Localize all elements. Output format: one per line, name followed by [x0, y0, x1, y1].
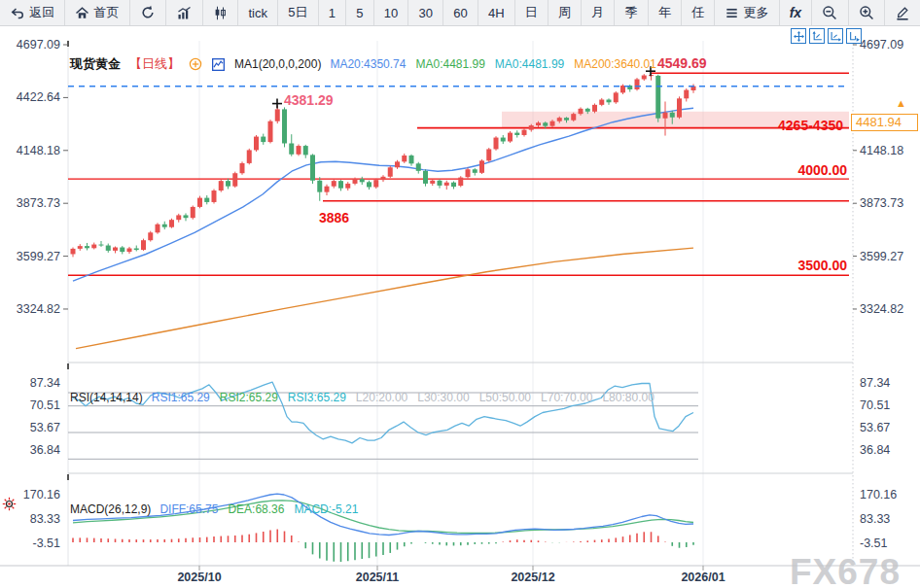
- candle-body: [184, 215, 189, 218]
- indicator-settings-icon[interactable]: [2, 497, 17, 515]
- toolbar-interval-1min-button[interactable]: 1: [319, 0, 347, 25]
- price-axis-label: 3324.82: [17, 302, 60, 316]
- rsi-axis-label: 36.84: [860, 443, 890, 457]
- candle-body: [141, 240, 146, 250]
- rsi-value-1: RSI2:65.29: [220, 391, 278, 404]
- candle-body: [402, 156, 407, 161]
- toolbar-indicators-button[interactable]: fx: [780, 0, 813, 25]
- toolbar-interval-day-button[interactable]: 日: [515, 0, 548, 25]
- rsi-axis-label: 87.34: [30, 376, 60, 390]
- toolbar-interval-month-button[interactable]: 月: [582, 0, 615, 25]
- rsi-axis-label: 53.67: [30, 421, 60, 434]
- candle-body: [585, 109, 590, 112]
- candle-body: [458, 178, 463, 187]
- axis-scale-right-icon[interactable]: [828, 28, 843, 44]
- current-price-box: 4481.94: [851, 114, 918, 131]
- candle-body: [261, 137, 265, 143]
- toolbar-interval-week-button[interactable]: 周: [548, 0, 582, 25]
- candle-body: [113, 248, 118, 251]
- ma-settings: MA1(20,0,0,200): [234, 57, 321, 71]
- candle-body: [423, 171, 428, 184]
- rsi-value-6: L70:70.00: [541, 391, 592, 404]
- candle-body: [438, 181, 442, 186]
- chart-style-icon[interactable]: [211, 58, 226, 71]
- toolbar-interval-tick-button[interactable]: tick: [238, 0, 278, 25]
- add-indicator-icon[interactable]: [189, 57, 202, 71]
- toolbar-draw-button[interactable]: [885, 0, 920, 25]
- macd-axis-label: 170.16: [860, 488, 897, 502]
- toolbar-interval-custom-label: 任: [691, 4, 704, 21]
- rsi-axis-label: 53.67: [860, 421, 890, 434]
- toolbar-interval-5min-button[interactable]: 5: [346, 0, 374, 25]
- macd-title: MACD(26,12,9): [70, 502, 151, 516]
- macd-header: MACD(26,12,9) DIFF:65.75DEA:68.36MACD:-5…: [70, 502, 358, 516]
- symbol-name: 现货黄金: [70, 55, 121, 73]
- toolbar-interval-30min-button[interactable]: 30: [408, 0, 443, 25]
- toolbar-interval-30min-label: 30: [418, 6, 432, 20]
- zoomin-icon: [859, 5, 874, 20]
- candle-body: [466, 169, 471, 177]
- pan-icon[interactable]: [791, 28, 806, 44]
- rsi-axis-label: 70.51: [860, 398, 890, 412]
- candle-body: [360, 179, 365, 182]
- candle-body: [289, 143, 294, 154]
- trading-app-window: 返回首页tick5日151030604H日周月季年任更多fx 4265-4350…: [0, 0, 920, 588]
- candle-body: [529, 125, 534, 130]
- toolbar-interval-year-button[interactable]: 年: [649, 0, 682, 25]
- rsi-value-5: L50:50.00: [479, 391, 531, 404]
- price-axis-label: 3873.73: [860, 196, 903, 210]
- chart-axis-controls: [791, 28, 862, 44]
- toolbar-home-label: 首页: [93, 4, 119, 21]
- level-label-1: 4000.00: [797, 162, 847, 178]
- xaxis-label: 2026/01: [681, 571, 725, 584]
- peak-label: 4381.29: [284, 92, 334, 108]
- toolbar-interval-5day-button[interactable]: 5日: [278, 0, 319, 25]
- toolbar-back-button[interactable]: 返回: [0, 0, 65, 25]
- rsi-value-0: RSI1:65.29: [152, 391, 210, 404]
- candle-body: [635, 79, 640, 89]
- xaxis-label: 2025/12: [511, 571, 554, 584]
- toolbar-interval-60min-button[interactable]: 60: [443, 0, 478, 25]
- go-to-latest-icon[interactable]: [846, 28, 862, 44]
- candle-body: [106, 246, 111, 251]
- candles-icon: [213, 6, 228, 20]
- price-axis-label: 3873.73: [17, 196, 60, 210]
- toolbar-zoom-out-button[interactable]: [812, 0, 848, 25]
- toolbar-chart-type-bar-button[interactable]: [166, 0, 203, 25]
- candle-body: [226, 181, 230, 187]
- toolbar-zoom-in-button[interactable]: [849, 0, 885, 25]
- candle-body: [599, 100, 604, 105]
- candle-body: [310, 155, 315, 180]
- toolbar-interval-10min-button[interactable]: 10: [374, 0, 409, 25]
- candle-body: [564, 118, 569, 121]
- price-axis-label: 3599.27: [17, 250, 60, 263]
- toolbar-interval-quarter-button[interactable]: 季: [615, 0, 648, 25]
- candle-body: [254, 137, 259, 151]
- toolbar-refresh-button[interactable]: [130, 0, 166, 25]
- macd-value-2: MACD:-5.21: [294, 502, 358, 516]
- toolbar-interval-custom-button[interactable]: 任: [682, 0, 715, 25]
- toolbar-more-button[interactable]: 更多: [715, 0, 779, 25]
- candle-body: [614, 92, 619, 102]
- level-label-2: 3886: [319, 210, 349, 225]
- toolbar-interval-5day-label: 5日: [288, 4, 307, 21]
- toolbar-interval-quarter-label: 季: [625, 4, 638, 21]
- toolbar-interval-4hour-button[interactable]: 4H: [478, 0, 515, 25]
- candle-body: [71, 249, 76, 255]
- ma-value-0: MA20:4350.74: [330, 57, 406, 71]
- candle-body: [317, 181, 322, 192]
- candle-body: [219, 181, 224, 190]
- ma200-line: [76, 248, 693, 349]
- candle-body: [197, 198, 202, 207]
- axis-scale-left-icon[interactable]: [809, 28, 825, 44]
- toolbar-chart-type-candle-button[interactable]: [203, 0, 238, 25]
- pencil-icon: [895, 5, 910, 20]
- candle-body: [642, 76, 647, 80]
- level-label-0: 4549.69: [657, 55, 707, 71]
- candle-body: [677, 98, 682, 117]
- rsi-header: RSI(14,14,14) RSI1:65.29RSI2:65.29RSI3:6…: [70, 391, 655, 404]
- toolbar-home-button[interactable]: 首页: [65, 0, 129, 25]
- toolbar-interval-tick-label: tick: [248, 6, 267, 20]
- candle-body: [536, 122, 541, 125]
- candle-body: [571, 114, 576, 121]
